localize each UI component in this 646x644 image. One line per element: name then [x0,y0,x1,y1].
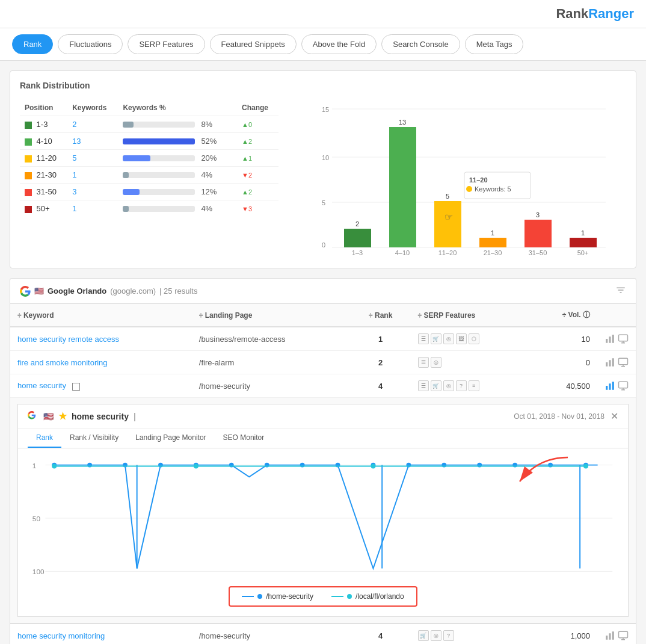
landing-page-cell: /business/remote-access [192,327,351,351]
keyword-detail-tabs: Rank Rank / Visibility Landing Page Moni… [18,429,628,448]
flag-us-small: 🇺🇸 [43,412,54,421]
tab-rank[interactable]: Rank [12,34,53,54]
svg-text:Oct 22: Oct 22 [400,578,417,578]
actions-cell [597,624,636,644]
keywords-link[interactable]: 13 [72,137,81,146]
svg-text:5: 5 [322,199,325,206]
th-rank[interactable]: ÷ Rank [351,304,411,327]
copy-icon[interactable] [72,383,80,391]
rank-dist-title: Rank Distribution [20,81,626,90]
results-header: 🇺🇸 Google Orlando (google.com) | 25 resu… [10,278,636,303]
tab-meta-tags[interactable]: Meta Tags [465,34,524,54]
monitor-icon[interactable] [618,357,629,368]
keywords-link[interactable]: 5 [72,153,76,163]
th-landing-page[interactable]: ÷ Landing Page [192,304,351,327]
serp-icon: 🛒 [431,380,441,391]
svg-text:Oct 14: Oct 14 [258,578,275,578]
rank-cell: 2 [351,351,411,374]
svg-rect-8 [344,229,371,247]
svg-point-92 [194,464,198,469]
th-serp-features[interactable]: ÷ SERP Features [411,304,531,327]
th-keyword[interactable]: ÷ Keyword [10,304,192,327]
monitor-icon[interactable] [618,380,629,391]
filter-icon[interactable] [615,285,626,297]
landing-page-cell: /fire-alarm [192,351,351,374]
svg-text:1–3: 1–3 [352,249,363,256]
kw-tab-landing-page-monitor[interactable]: Landing Page Monitor [127,429,214,448]
action-icons [604,333,629,344]
progress-bar-fill [123,155,150,161]
svg-rect-21 [479,238,506,247]
svg-text:5: 5 [446,193,449,200]
table-row: 4-10 13 52% ▲2 [20,133,278,150]
tab-featured-snippets[interactable]: Featured Snippets [210,34,297,54]
position-cell: 31-50 [20,184,67,200]
svg-text:Oct 16: Oct 16 [294,578,311,578]
serp-icon: ◎ [431,630,441,641]
th-volume[interactable]: ÷ Vol. ⓘ [531,304,597,327]
svg-rect-14 [434,201,461,247]
svg-text:Oct 4: Oct 4 [82,578,97,578]
keyword-link[interactable]: home security remote access [17,335,119,344]
legend-label-1: /home-security [266,592,313,601]
keywords-link[interactable]: 2 [72,120,76,129]
position-cell: 4-10 [20,133,67,150]
kw-tab-rank[interactable]: Rank [28,429,61,448]
tab-serp-features[interactable]: SERP Features [128,34,205,54]
monitor-icon[interactable] [618,333,629,344]
svg-rect-27 [570,238,597,247]
kw-tab-rank-visibility[interactable]: Rank / Visibility [61,429,127,448]
keywords-count-cell: 5 [67,150,118,167]
svg-text:10: 10 [322,154,329,161]
serp-icon: ? [443,630,454,641]
chart-icon-active[interactable] [604,380,615,391]
close-button[interactable]: ✕ [611,410,618,422]
keyword-link[interactable]: home security monitoring [17,631,105,640]
tab-fluctuations[interactable]: Fluctuations [58,34,123,54]
tab-above-the-fold[interactable]: Above the Fold [301,34,377,54]
svg-text:Oct 6: Oct 6 [118,578,132,578]
star-icon: ★ [58,410,67,422]
svg-text:Oct 12: Oct 12 [223,578,240,578]
chart-icon[interactable] [604,357,615,368]
brand-name-part1: Rank [556,6,588,21]
pct-text: 52% [201,137,217,146]
progress-bar-fill [123,122,134,128]
svg-rect-96 [609,633,611,640]
keyword-link[interactable]: home security [17,381,66,390]
keywords-pct-cell: 8% [118,116,237,133]
svg-rect-24 [524,220,552,247]
keywords-link[interactable]: 3 [72,187,76,196]
svg-rect-44 [609,383,611,390]
bar-wrapper: 8% [123,120,232,129]
bar-wrapper: 12% [123,187,232,196]
volume-cell: 1,000 [531,624,597,644]
svg-text:11–20: 11–20 [469,176,488,184]
date-range: Oct 01, 2018 - Nov 01, 2018 [514,412,604,421]
svg-text:☞: ☞ [445,212,453,222]
chart-icon[interactable] [604,630,615,641]
svg-rect-34 [619,335,628,341]
svg-text:Oct 30: Oct 30 [542,578,559,578]
monitor-icon[interactable] [618,630,629,641]
rank-cell: 4 [351,374,411,398]
keywords-count-cell: 1 [67,167,118,184]
volume-cell: 0 [531,351,597,374]
bar-wrapper: 4% [123,204,232,213]
svg-rect-46 [619,382,628,388]
expanded-content: 🇺🇸 ★ home security | Oct 01, 2018 - Nov … [10,398,636,624]
keywords-link[interactable]: 1 [72,170,76,179]
tab-search-console[interactable]: Search Console [381,34,460,54]
keywords-link[interactable]: 1 [72,204,76,213]
change-cell: ▲2 [237,184,278,200]
keywords-pct-cell: 4% [118,200,237,217]
table-row: home security remote access /business/re… [10,327,636,351]
svg-rect-95 [606,636,608,640]
chart-icon[interactable] [604,333,615,344]
serp-icon: ◎ [443,333,454,344]
svg-point-19 [466,186,472,192]
kw-tab-seo-monitor[interactable]: SEO Monitor [215,429,273,448]
svg-rect-33 [612,335,614,343]
svg-rect-38 [609,360,611,367]
keyword-link[interactable]: fire and smoke monitoring [17,358,108,367]
